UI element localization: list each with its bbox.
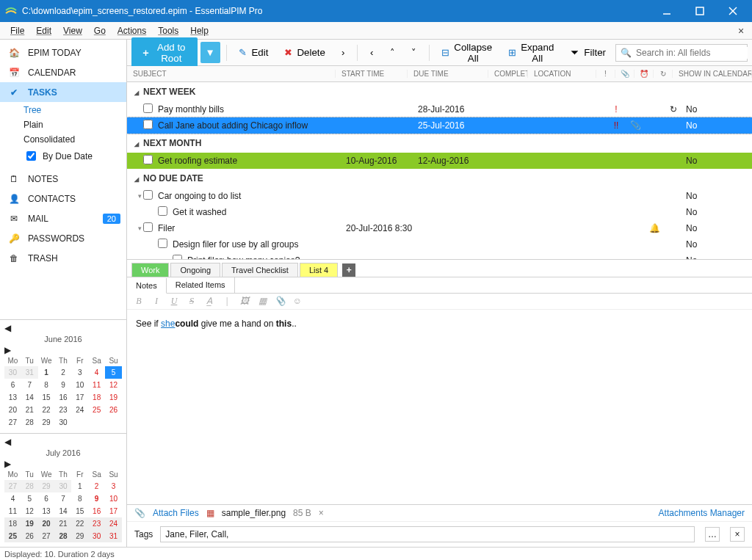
mini-calendar-june[interactable]: ◀ June 2016 ▶ MoTuWeThFrSaSu 303112345 6… [0, 319, 126, 433]
group-no-due-date[interactable]: NO DUE DATE [127, 169, 752, 188]
search-box[interactable]: 🔍 [615, 44, 748, 62]
menu-help[interactable]: Help [184, 24, 214, 37]
bold-icon[interactable]: B [133, 296, 145, 307]
expand-all-button[interactable]: ⊞Expand All [502, 38, 560, 68]
task-row[interactable]: ▾ Car ongoing to do list No [127, 188, 752, 204]
col-subject[interactable]: SUBJECT [127, 70, 336, 78]
menu-edit[interactable]: Edit [30, 24, 57, 37]
by-due-date-checkbox[interactable] [26, 151, 36, 161]
col-attachment-icon[interactable]: 📎 [615, 70, 634, 78]
tab-ongoing[interactable]: Ongoing [170, 263, 220, 277]
task-checkbox[interactable] [158, 206, 167, 216]
collapse-all-button[interactable]: ⊟Collapse All [435, 38, 499, 68]
cal-prev-icon[interactable]: ◀ [4, 323, 11, 333]
col-completion[interactable]: COMPLETI... [488, 70, 528, 78]
tasks-by-due-date[interactable]: By Due Date [24, 149, 126, 163]
nav-down-button[interactable]: ˅ [405, 43, 423, 62]
nav-contacts[interactable]: 👤CONTACTS [0, 189, 126, 208]
task-list[interactable]: NEXT WEEK Pay monthly bills 28-Jul-2016 … [127, 82, 752, 259]
tags-clear-button[interactable]: × [730, 527, 745, 542]
task-checkbox[interactable] [143, 103, 153, 113]
col-alarm-icon[interactable]: ⏰ [634, 70, 654, 78]
cal-next-icon[interactable]: ▶ [4, 459, 11, 469]
tasks-view-plain[interactable]: Plain [24, 120, 126, 130]
nav-passwords[interactable]: 🔑PASSWORDS [0, 228, 126, 248]
task-checkbox[interactable] [143, 190, 153, 200]
tab-list4[interactable]: List 4 [300, 263, 338, 277]
nav-mail[interactable]: ✉MAIL20 [0, 208, 126, 228]
add-tab-button[interactable]: + [342, 263, 355, 277]
emoji-icon[interactable]: ☺ [292, 296, 303, 307]
nav-epim-today[interactable]: 🏠EPIM TODAY [0, 43, 126, 62]
attach-files-button[interactable]: Attach Files [153, 508, 199, 518]
task-checkbox[interactable] [143, 155, 153, 164]
col-location[interactable]: LOCATION [528, 70, 596, 78]
menu-actions[interactable]: Actions [112, 24, 152, 37]
task-checkbox[interactable] [158, 239, 167, 248]
task-checkbox[interactable] [143, 222, 153, 232]
toolbar: ＋Add to Root ▼ ✎Edit ✖Delete › ‹ ˄ ˅ ⊟Co… [127, 40, 752, 66]
nav-calendar[interactable]: 📅CALENDAR [0, 62, 126, 82]
nav-back-button[interactable]: ‹ [364, 43, 380, 62]
cal-next-icon[interactable]: ▶ [4, 345, 11, 355]
col-priority-icon[interactable]: ! [596, 70, 615, 78]
tasks-view-tree[interactable]: Tree [24, 105, 126, 115]
calendar-icon: 📅 [7, 66, 21, 79]
col-recurrence-icon[interactable]: ↻ [654, 70, 673, 78]
task-row[interactable]: Get roofing estimate 10-Aug-201612-Aug-2… [127, 153, 752, 169]
task-row[interactable]: ▾ Filer 20-Jul-2016 8:30 🔔 No [127, 220, 752, 236]
task-row[interactable]: Design filer for use by all groups No [127, 236, 752, 252]
window-titlebar: C:\download\epim_screens_restored.epim -… [0, 0, 752, 22]
nav-notes[interactable]: 🗒NOTES [0, 169, 126, 189]
tab-travel[interactable]: Travel Checklist [222, 263, 298, 277]
nav-trash[interactable]: 🗑TRASH [0, 248, 126, 268]
group-next-week[interactable]: NEXT WEEK [127, 82, 752, 101]
task-row[interactable]: Print filer; how many copies? No [127, 252, 752, 259]
note-editor[interactable]: See if shecould give me a hand on this.. [127, 310, 752, 504]
tab-related-items[interactable]: Related Items [167, 277, 235, 293]
tab-close-icon[interactable]: × [734, 25, 748, 37]
col-start[interactable]: START TIME [336, 70, 408, 78]
table-icon[interactable]: ▦ [256, 296, 268, 307]
nav-tasks[interactable]: ✔TASKS [0, 82, 126, 102]
menu-go[interactable]: Go [88, 24, 112, 37]
maximize-button[interactable] [683, 0, 716, 22]
remove-attachment-icon[interactable]: × [319, 508, 324, 518]
delete-button[interactable]: ✖Delete [278, 43, 332, 62]
strike-icon[interactable]: S [186, 296, 198, 307]
image-icon[interactable]: 🖼 [239, 296, 250, 307]
italic-icon[interactable]: I [151, 296, 162, 307]
minimize-button[interactable] [650, 0, 683, 22]
tab-work[interactable]: Work [131, 263, 169, 277]
add-to-root-button[interactable]: ＋Add to Root [131, 37, 198, 68]
filter-button[interactable]: ⏷Filter [563, 43, 612, 62]
cal-prev-icon[interactable]: ◀ [4, 437, 11, 447]
col-due[interactable]: DUE TIME [408, 70, 488, 78]
close-button[interactable] [716, 0, 749, 22]
col-show-in-calendar[interactable]: SHOW IN CALENDAR [673, 70, 752, 78]
task-row[interactable]: Get it washed No [127, 204, 752, 220]
tags-browse-button[interactable]: … [705, 527, 720, 542]
attachments-manager-link[interactable]: Attachments Manager [659, 508, 745, 518]
task-checkbox[interactable] [143, 120, 153, 129]
attach-icon[interactable]: 📎 [274, 296, 286, 307]
task-row[interactable]: Pay monthly bills 28-Jul-2016 ! ↻ No [127, 101, 752, 117]
column-header[interactable]: SUBJECT START TIME DUE TIME COMPLETI... … [127, 66, 752, 82]
richtext-toolbar: B I U S A̲ | 🖼 ▦ 📎 ☺ [127, 294, 752, 310]
add-dropdown-button[interactable]: ▼ [200, 42, 220, 63]
tab-notes[interactable]: Notes [127, 278, 167, 294]
attached-file[interactable]: sample_filer.png [222, 508, 286, 518]
menu-tools[interactable]: Tools [152, 24, 184, 37]
group-next-month[interactable]: NEXT MONTH [127, 134, 752, 153]
underline-icon[interactable]: U [168, 296, 180, 307]
menu-view[interactable]: View [57, 24, 88, 37]
edit-button[interactable]: ✎Edit [232, 43, 275, 62]
mini-calendar-july[interactable]: ◀ July 2016 ▶ MoTuWeThFrSaSu 27282930123… [0, 433, 126, 547]
nav-up-button[interactable]: ˄ [383, 43, 402, 62]
next-arrow-button[interactable]: › [335, 43, 351, 62]
tasks-view-consolidated[interactable]: Consolidated [24, 134, 126, 145]
menu-file[interactable]: File [4, 24, 30, 37]
font-color-icon[interactable]: A̲ [203, 296, 215, 307]
search-input[interactable] [632, 47, 748, 59]
tags-input[interactable]: Jane, Filer, Call, [160, 526, 695, 542]
